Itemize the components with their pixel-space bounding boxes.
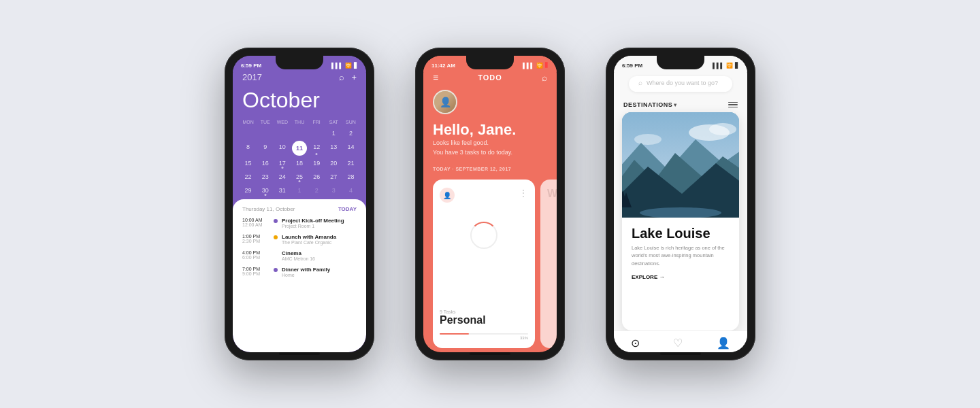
search-icon[interactable]: ⌕ [339,72,344,82]
date-cell[interactable]: 14 [342,141,359,156]
week-5: 29 30 31 1 2 3 4 [240,184,359,197]
event-dot [274,219,278,223]
date-cell[interactable]: 19 [308,157,325,169]
greeting-subtext: Looks like feel good. You have 3 tasks t… [433,139,547,157]
todo-card-partial[interactable]: W [540,180,557,348]
event-item: 10:00 AM 12:00 AM Project Kick-off Meeti… [242,218,357,228]
todo-card-personal[interactable]: 👤 ⋮ 9 Tasks Personal 33% [433,180,535,348]
explore-button[interactable]: EXPLORE → [632,274,730,280]
card-top: 👤 ⋮ [440,188,528,203]
date-cell[interactable]: 21 [342,157,359,169]
date-cell[interactable]: 12 [308,141,325,156]
date-cell[interactable] [257,127,274,139]
events-panel: Thursday 11, October TODAY 10:00 AM 12:0… [233,199,366,352]
date-cell[interactable]: 30 [257,184,274,197]
day-sat: SAT [325,120,342,124]
date-cell[interactable]: 24 [274,171,291,183]
date-cell[interactable]: 4 [342,184,359,197]
wifi-icon: 🛜 [345,63,352,69]
date-cell[interactable]: 28 [342,171,359,183]
place-description: Lake Louise is rich heritage as one of t… [632,244,730,267]
date-cell[interactable]: 2 [342,127,359,139]
calendar-weeks: 1 2 8 9 10 11 12 13 14 [240,127,359,197]
partial-card-name: W [547,188,557,200]
event-time: 10:00 AM 12:00 AM [242,218,270,227]
signal-icon: ▌▌▌ [331,63,343,69]
menu-icon[interactable] [728,102,738,108]
destinations-label: DESTINATIONS ▾ [623,101,677,108]
svg-point-3 [709,123,736,135]
home-indicator[interactable] [660,352,701,355]
home-indicator[interactable] [279,352,320,355]
date-bar: TODAY · SEPTEMBER 12, 2017 [423,163,557,175]
signal-icon: ▌▌▌ [713,63,724,69]
event-title: Project Kick-off Meeting [282,218,344,224]
card-menu-icon[interactable]: ⋮ [519,188,528,203]
profile-icon[interactable]: 👤 [717,337,730,350]
date-cell[interactable]: 13 [325,141,342,156]
search-bar[interactable]: ⌕ Where do you want to go? [629,76,732,92]
event-dot [274,235,278,239]
greeting-section: Hello, Jane. Looks like feel good. You h… [423,121,557,163]
user-greeting-area: 👤 [423,90,557,121]
calendar-action-icons: ⌕ + [339,72,357,82]
events-header: Thursday 11, October TODAY [242,206,357,212]
event-title: Dinner with Family [282,267,330,273]
home-indicator[interactable] [470,352,510,355]
date-cell[interactable]: 27 [325,171,342,183]
hamburger-icon[interactable]: ≡ [433,72,438,83]
search-placeholder-text: Where do you want to go? [647,80,723,86]
calendar-header: 2017 ⌕ + [233,72,366,88]
event-subtitle: The Plant Cafe Organic [282,240,336,245]
date-cell[interactable]: 1 [325,127,342,139]
event-time: 7:00 PM 9:00 PM [242,267,270,276]
card-name: Personal [440,314,528,326]
date-cell[interactable]: 25 [291,171,308,183]
date-cell[interactable]: 15 [240,157,257,169]
date-cell[interactable]: 1 [291,184,308,197]
date-cell[interactable]: 17 [274,157,291,169]
chevron-down-icon[interactable]: ▾ [674,102,677,108]
event-item: 7:00 PM 9:00 PM Dinner with Family Home [242,267,357,277]
search-icon[interactable]: ⌕ [542,72,547,83]
date-cell[interactable]: 23 [257,171,274,183]
destination-card[interactable]: Lake Louise Lake Louise is rich heritage… [622,112,739,330]
card-task-count: 9 Tasks [440,309,528,314]
date-cell[interactable]: 20 [325,157,342,169]
date-cell[interactable] [274,127,291,139]
date-cell[interactable] [308,127,325,139]
date-cell[interactable]: 22 [240,171,257,183]
event-subtitle: Home [282,273,330,277]
day-thu: THU [291,120,308,124]
add-icon[interactable]: + [351,72,357,82]
date-cell[interactable]: 18 [291,157,308,169]
location-icon[interactable]: ♡ [673,337,683,350]
card-progress-circle [470,222,497,249]
compass-icon[interactable]: ⊙ [631,337,640,350]
event-start: 4:00 PM [242,250,270,255]
date-cell[interactable]: 26 [308,171,325,183]
day-mon: MON [240,120,257,124]
battery-icon: ▋ [545,63,549,68]
svg-point-4 [634,134,662,145]
date-cell[interactable] [291,127,308,139]
date-cell[interactable]: 29 [240,184,257,197]
today-button[interactable]: TODAY [338,206,357,212]
date-cell[interactable]: 31 [274,184,291,197]
event-item: 1:00 PM 2:30 PM Launch with Amanda The P… [242,234,357,245]
date-cell[interactable]: 16 [257,157,274,169]
calendar-grid: MON TUE WED THU FRI SAT SUN [233,120,366,197]
week-4: 22 23 24 25 26 27 28 [240,171,359,183]
wifi-icon: 🛜 [536,63,543,69]
date-cell[interactable] [240,127,257,139]
greeting-text: Hello, Jane. [433,121,547,139]
date-cell[interactable]: 10 [274,141,291,156]
date-cell-today[interactable]: 11 [292,141,307,156]
date-cell[interactable]: 2 [308,184,325,197]
day-sun: SUN [342,120,359,124]
todo-navbar: ≡ TODO ⌕ [423,72,557,90]
place-name: Lake Louise [632,226,730,241]
date-cell[interactable]: 9 [257,141,274,156]
date-cell[interactable]: 8 [240,141,257,156]
date-cell[interactable]: 3 [325,184,342,197]
